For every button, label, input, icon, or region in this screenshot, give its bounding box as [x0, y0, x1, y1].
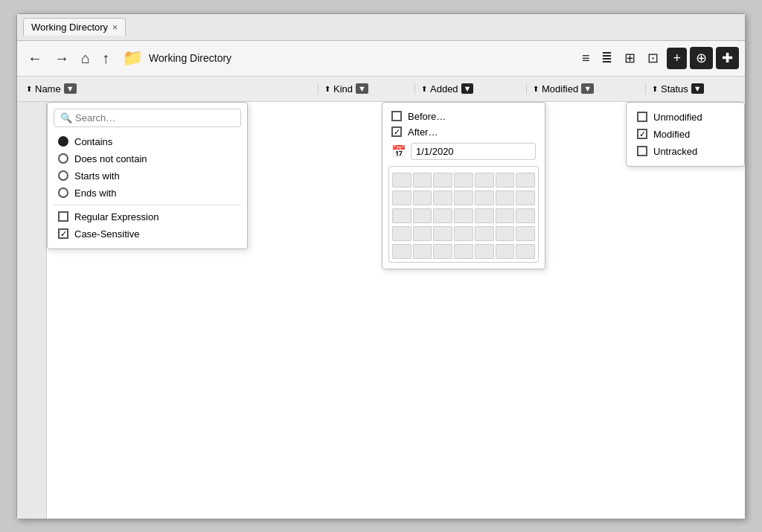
checkbox-case-sensitive[interactable]: ✓ — [58, 228, 68, 239]
radio-contains[interactable] — [58, 136, 68, 147]
add-button-2[interactable]: ⊕ — [690, 47, 713, 69]
col-header-name[interactable]: ⬆ Name ▼ — [20, 83, 318, 94]
status-option-unmodified[interactable]: Unmodified — [633, 109, 738, 126]
cal-cell[interactable] — [433, 226, 452, 241]
search-input[interactable] — [75, 112, 234, 124]
cal-cell[interactable] — [475, 173, 494, 188]
status-untracked-label: Untracked — [653, 146, 697, 157]
back-button[interactable]: ← — [23, 47, 47, 70]
col-header-added[interactable]: ⬆ Added ▼ — [414, 83, 526, 94]
add-button-3[interactable]: ✚ — [716, 47, 739, 69]
filter-option-ends-with[interactable]: Ends with — [54, 185, 241, 202]
status-sort-icon: ⬆ — [652, 85, 658, 93]
content-area: 🔍 Contains Does not contain Starts with — [47, 102, 745, 519]
cal-cell[interactable] — [433, 173, 452, 188]
cal-cell[interactable] — [413, 208, 432, 223]
status-filter-icon[interactable]: ▼ — [691, 83, 704, 94]
close-tab-button[interactable]: × — [112, 22, 118, 33]
home-button[interactable]: ⌂ — [77, 47, 95, 70]
cal-cell[interactable] — [475, 208, 494, 223]
checkbox-before[interactable] — [391, 111, 402, 121]
cal-cell[interactable] — [392, 244, 412, 259]
cal-cell[interactable] — [433, 190, 452, 205]
cal-cell[interactable] — [516, 173, 535, 188]
path-breadcrumb: 📁 Working Directory — [123, 48, 574, 68]
column-headers: ⬆ Name ▼ ⬆ Kind ▼ ⬆ Added ▼ ⬆ Modified ▼… — [17, 77, 745, 102]
name-filter-icon[interactable]: ▼ — [64, 83, 77, 94]
status-option-modified[interactable]: ✓ Modified — [633, 126, 738, 143]
title-bar: Working Directory × — [17, 14, 745, 41]
col-header-modified[interactable]: ⬆ Modified ▼ — [526, 83, 645, 94]
cal-cell[interactable] — [516, 190, 535, 205]
cal-cell[interactable] — [496, 190, 515, 205]
checkbox-untracked[interactable] — [637, 146, 647, 156]
cal-cell[interactable] — [454, 208, 473, 223]
cal-cell[interactable] — [392, 208, 412, 223]
search-box[interactable]: 🔍 — [54, 109, 241, 127]
filter-starts-with-label: Starts with — [74, 170, 120, 182]
cal-cell[interactable] — [392, 226, 412, 241]
checkbox-regex[interactable] — [58, 211, 68, 222]
status-option-untracked[interactable]: Untracked — [633, 143, 738, 160]
filter-regex-label: Regular Expression — [74, 211, 159, 222]
cal-cell[interactable] — [496, 244, 515, 259]
title-tab[interactable]: Working Directory × — [23, 18, 126, 36]
cal-cell[interactable] — [413, 226, 432, 241]
cal-cell[interactable] — [454, 244, 473, 259]
cal-cell[interactable] — [413, 190, 432, 205]
cal-cell[interactable] — [496, 208, 515, 223]
calendar-week-4 — [392, 226, 535, 241]
view-columns-button[interactable]: ⊡ — [642, 47, 664, 69]
before-label: Before… — [408, 111, 446, 122]
calendar-grid — [388, 166, 539, 263]
cal-cell[interactable] — [392, 173, 412, 188]
cal-cell[interactable] — [454, 173, 473, 188]
filter-option-contains[interactable]: Contains — [54, 133, 241, 150]
checkbox-modified[interactable]: ✓ — [637, 129, 647, 139]
radio-starts-with[interactable] — [58, 170, 68, 181]
cal-cell[interactable] — [475, 226, 494, 241]
cal-cell[interactable] — [413, 173, 432, 188]
cal-cell[interactable] — [454, 226, 473, 241]
cal-cell[interactable] — [496, 226, 515, 241]
radio-ends-with[interactable] — [58, 188, 68, 198]
col-kind-label: Kind — [333, 83, 353, 94]
cal-cell[interactable] — [413, 244, 432, 259]
filter-not-contain-label: Does not contain — [74, 153, 147, 164]
folder-icon: 📁 — [123, 48, 143, 68]
cal-cell[interactable] — [496, 173, 515, 188]
filter-option-starts-with[interactable]: Starts with — [54, 167, 241, 185]
add-button-1[interactable]: + — [667, 48, 687, 69]
cal-cell[interactable] — [475, 190, 494, 205]
kind-filter-icon[interactable]: ▼ — [356, 83, 368, 94]
status-filter-panel: Unmodified ✓ Modified Untracked — [626, 102, 745, 167]
filter-option-not-contain[interactable]: Does not contain — [54, 150, 241, 167]
checkbox-unmodified[interactable] — [637, 112, 647, 122]
cal-cell[interactable] — [516, 208, 535, 223]
cal-cell[interactable] — [433, 244, 452, 259]
col-header-status[interactable]: ⬆ Status ▼ — [645, 83, 742, 94]
cal-cell[interactable] — [516, 244, 535, 259]
filter-option-regex[interactable]: Regular Expression — [54, 208, 241, 225]
date-input[interactable] — [411, 143, 536, 160]
modified-filter-icon[interactable]: ▼ — [581, 83, 594, 94]
date-option-after[interactable]: ✓ After… — [388, 124, 539, 140]
checkbox-after[interactable]: ✓ — [391, 126, 402, 137]
cal-cell[interactable] — [475, 244, 494, 259]
view-list-button[interactable]: ≡ — [577, 48, 595, 69]
filter-option-case-sensitive[interactable]: ✓ Case-Sensitive — [54, 225, 241, 243]
filter-case-sensitive-label: Case-Sensitive — [74, 228, 139, 240]
date-input-row: 📅 — [388, 140, 539, 163]
added-filter-icon[interactable]: ▼ — [461, 83, 474, 94]
date-option-before[interactable]: Before… — [388, 109, 539, 124]
cal-cell[interactable] — [516, 226, 535, 241]
view-grid-button[interactable]: ⊞ — [619, 47, 641, 69]
up-button[interactable]: ↑ — [97, 47, 114, 70]
cal-cell[interactable] — [454, 190, 473, 205]
col-header-kind[interactable]: ⬆ Kind ▼ — [318, 83, 414, 94]
forward-button[interactable]: → — [50, 47, 74, 70]
radio-not-contain[interactable] — [58, 153, 68, 164]
cal-cell[interactable] — [392, 190, 412, 205]
view-detail-button[interactable]: ≣ — [596, 47, 618, 69]
cal-cell[interactable] — [433, 208, 452, 223]
